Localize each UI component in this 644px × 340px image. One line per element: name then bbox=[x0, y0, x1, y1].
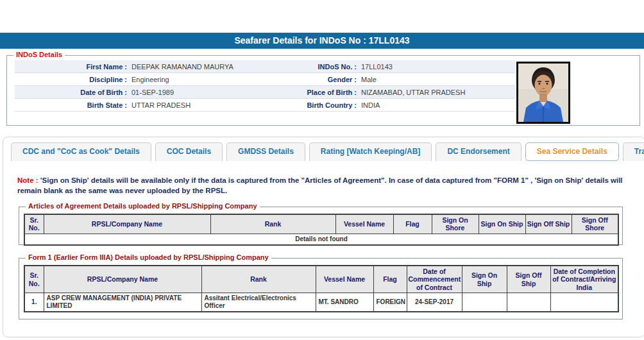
tab-sea-service-details[interactable]: Sea Service Details bbox=[525, 142, 619, 161]
indos-row: Discipline : Engineering Gender : Male bbox=[15, 73, 515, 86]
table-row: 1. ASP CREW MANAGEMENT (INDIA) PRIVATE L… bbox=[24, 293, 618, 312]
articles-of-agreement-table: Sr. No. RPSL/Company Name Rank Vessel Na… bbox=[24, 214, 619, 246]
col-flag: Flag bbox=[393, 214, 432, 234]
gender-label: Gender : bbox=[292, 76, 357, 83]
discipline-label: Discipline : bbox=[15, 76, 127, 83]
note-text: 'Sign on Ship' details will be available… bbox=[17, 176, 623, 194]
tab-coc-details[interactable]: COC Details bbox=[155, 142, 223, 161]
row-sr-no: 1. bbox=[24, 293, 44, 312]
col-vessel: Vessel Name bbox=[335, 214, 393, 234]
col-flag: Flag bbox=[373, 266, 407, 293]
indos-row: First Name : DEEPAK RAMANAND MAURYA INDo… bbox=[15, 60, 515, 73]
indos-row: Birth State : UTTAR PRADESH Birth Countr… bbox=[15, 99, 515, 112]
tab-dc-endorsement[interactable]: DC Endorsement bbox=[436, 142, 521, 161]
form1-legend: Form 1 (Earlier Form IIIA) Details uploa… bbox=[26, 253, 271, 261]
row-rank: Assitant Electrical/Electronics Officer bbox=[201, 293, 316, 312]
seafarer-photo bbox=[516, 62, 570, 124]
table-header-row: Sr. No. RPSL/Company Name Rank Vessel Na… bbox=[24, 266, 618, 293]
col-sign-on-ship: Sign On Ship bbox=[479, 214, 525, 234]
row-flag: FOREIGN bbox=[373, 293, 407, 312]
seafarer-portrait-graphic bbox=[518, 64, 568, 122]
date-of-birth-label: Date of Birth : bbox=[15, 89, 127, 96]
first-name-label: First Name : bbox=[15, 63, 127, 71]
row-vessel: MT. SANDRO bbox=[316, 293, 373, 312]
gender-value: Male bbox=[357, 76, 515, 83]
empty-message-row: Details not found bbox=[24, 234, 618, 245]
col-rank: Rank bbox=[210, 214, 335, 234]
row-completion bbox=[550, 293, 618, 312]
discipline-value: Engineering bbox=[127, 76, 292, 83]
tab-rating-watch-keeping-ab[interactable]: Rating [Watch Keeping/AB] bbox=[309, 142, 432, 161]
indos-row: Date of Birth : 01-SEP-1989 Place of Bir… bbox=[15, 86, 515, 99]
col-sign-off-ship: Sign Off Ship bbox=[525, 214, 572, 234]
col-company: RPSL/Company Name bbox=[44, 214, 210, 234]
indos-details-grid: First Name : DEEPAK RAMANAND MAURYA INDo… bbox=[15, 60, 515, 112]
tab-training-details[interactable]: Training Details bbox=[623, 142, 644, 161]
col-vessel: Vessel Name bbox=[316, 266, 373, 293]
table-header-row: Sr. No. RPSL/Company Name Rank Vessel Na… bbox=[24, 214, 618, 234]
indos-no-label: INDoS No. : bbox=[292, 63, 357, 71]
tab-panel: CDC and "CoC as Cook" Details COC Detail… bbox=[3, 137, 644, 337]
indos-details-legend: INDoS Details bbox=[13, 51, 65, 58]
col-commencement: Date of Commencement of Contract bbox=[407, 266, 462, 293]
birth-state-value: UTTAR PRADESH bbox=[127, 101, 292, 109]
first-name-value: DEEPAK RAMANAND MAURYA bbox=[127, 63, 292, 71]
indos-no-value: 17LL0143 bbox=[357, 63, 515, 71]
row-sign-off-ship bbox=[507, 293, 550, 312]
date-of-birth-value: 01-SEP-1989 bbox=[127, 89, 292, 96]
tab-gmdss-details[interactable]: GMDSS Details bbox=[226, 142, 305, 161]
col-sign-on-ship: Sign On Ship bbox=[462, 266, 507, 293]
tab-bar: CDC and "CoC as Cook" Details COC Detail… bbox=[11, 142, 644, 161]
col-completion: Date of Completion of Contract/Arriving … bbox=[550, 266, 618, 293]
place-of-birth-value: NIZAMABAD, UTTAR PRADESH bbox=[357, 89, 515, 96]
col-sign-off-shore: Sign Off Shore bbox=[572, 214, 618, 234]
birth-state-label: Birth State : bbox=[15, 101, 127, 109]
articles-of-agreement-legend: Articles of Agreement Details uploaded b… bbox=[26, 202, 260, 210]
col-sign-on-shore: Sign On Shore bbox=[432, 214, 479, 234]
page-title: Seafarer Details for INDoS No : 17LL0143 bbox=[0, 33, 644, 49]
row-sign-on-ship bbox=[462, 293, 507, 312]
articles-of-agreement-fieldset: Articles of Agreement Details uploaded b… bbox=[19, 207, 623, 245]
row-company: ASP CREW MANAGEMENT (INDIA) PRIVATE LIMI… bbox=[44, 293, 201, 312]
note-prefix: Note : bbox=[17, 176, 38, 184]
place-of-birth-label: Place of Birth : bbox=[292, 89, 357, 96]
tab-cdc-coc-as-cook-details[interactable]: CDC and "CoC as Cook" Details bbox=[11, 142, 151, 161]
form1-table: Sr. No. RPSL/Company Name Rank Vessel Na… bbox=[24, 265, 619, 312]
form1-fieldset: Form 1 (Earlier Form IIIA) Details uploa… bbox=[19, 258, 623, 319]
col-company: RPSL/Company Name bbox=[44, 266, 201, 293]
col-sr-no: Sr. No. bbox=[24, 266, 44, 293]
col-sr-no: Sr. No. bbox=[24, 214, 44, 234]
sign-on-ship-note: Note : 'Sign on Ship' details will be av… bbox=[17, 176, 632, 196]
col-rank: Rank bbox=[201, 266, 316, 293]
birth-country-label: Birth Country : bbox=[292, 101, 357, 109]
details-not-found-message: Details not found bbox=[24, 234, 618, 245]
col-sign-off-ship: Sign Off Ship bbox=[507, 266, 550, 293]
row-commencement: 24-SEP-2017 bbox=[407, 293, 462, 312]
birth-country-value: INDIA bbox=[357, 101, 515, 109]
